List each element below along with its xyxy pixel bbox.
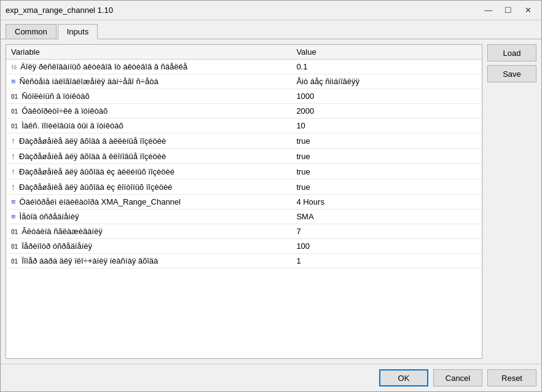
table-row[interactable]: 01Ïåðèìîòð óñðåäíåíèÿ100 <box>6 239 482 254</box>
table-row[interactable]: 01Ôàêòîðèòî÷êè â ïóíêòàõ2000 <box>6 104 482 119</box>
variable-cell: 01Ïîìåð áàðà äëÿ ïëî÷+àíèÿ íèàñíàÿ âõîäà <box>6 254 291 269</box>
table-row[interactable]: 01Ìàêñ. ïîíèéîâûíà ôûi â ïóíêòàõ10 <box>6 119 482 133</box>
footer: OK Cancel Reset <box>1 364 541 391</box>
title-bar-controls: — ☐ ✕ <box>480 4 536 17</box>
value-cell: 100 <box>291 239 482 254</box>
value-cell: 2000 <box>291 104 482 119</box>
close-button[interactable]: ✕ <box>519 4 536 17</box>
col-header-value: Value <box>291 45 482 60</box>
value-cell: true <box>291 149 482 164</box>
row-icon: ↑ <box>11 167 15 176</box>
variable-cell: ↑Ðàçðåøåíèå äëÿ âõîäà â êëîíîâûå ïîçèöèè <box>6 149 291 164</box>
main-window: exp_xma_range_channel 1.10 — ☐ ✕ Common … <box>0 0 542 392</box>
variable-label: Ìåòîä óñðåäíåíèÿ <box>20 212 79 221</box>
variable-cell: ½Äîëÿ ðèñêîâàííûõ àêòèâîâ îò àêòèâîâ â ñ… <box>6 60 291 74</box>
load-button[interactable]: Load <box>487 44 536 61</box>
table-row[interactable]: ½Äîëÿ ðèñêîâàííûõ àêòèâîâ îò àêòèâîâ â ñ… <box>6 60 482 74</box>
value-cell: true <box>291 179 482 195</box>
value-cell: 10 <box>291 119 482 133</box>
value-cell: 1000 <box>291 89 482 104</box>
row-icon: 01 <box>11 241 18 251</box>
variable-label: Ðàçðåøåíèå äëÿ âûõîäà èç êîíòîíûõ ïîçèöè… <box>19 182 172 192</box>
params-table-container: Variable Value ½Äîëÿ ðèñêîâàííûõ àêòèâîâ… <box>6 44 482 359</box>
window-title: exp_xma_range_channel 1.10 <box>6 6 113 15</box>
tabs-bar: Common Inputs <box>1 20 541 39</box>
variable-cell: 01Ñóïëèíüñ â ïóíêòàõ <box>6 89 291 104</box>
table-row[interactable]: ≡Ìåòîä óñðåäíåíèÿSMA <box>6 210 482 224</box>
tab-inputs[interactable]: Inputs <box>58 24 98 39</box>
table-row[interactable]: 01Ñóïëèíüñ â ïóíêòàõ1000 <box>6 89 482 104</box>
value-cell: 4 Hours <box>291 195 482 210</box>
row-icon: ≡ <box>11 77 16 86</box>
params-table: Variable Value ½Äîëÿ ðèñêîâàííûõ àêòèâîâ… <box>6 45 482 269</box>
reset-button[interactable]: Reset <box>487 369 536 386</box>
variable-label: Ïåðèìîòð óñðåäíåíèÿ <box>22 241 92 251</box>
table-row[interactable]: ↑Ðàçðåøåíèå äëÿ âõîäà â êëîíîâûå ïîçèöèè… <box>6 149 482 164</box>
row-icon: 01 <box>11 92 18 101</box>
variable-cell: ≡Ñèñòåìà íàëîãîáëîæåíèÿ äàí÷åãî ñ÷åòà <box>6 74 291 89</box>
variable-label: Ðàçðåøåíèå äëÿ âõîäà â àëëèíûå ïîçèöèè <box>19 136 166 146</box>
variable-label: Ãëóáèíà ñãëàæèâàíèÿ <box>22 227 103 236</box>
variable-cell: ≡Ìåòîä óñðåäíåíèÿ <box>6 210 291 224</box>
variable-label: Ñóïëèíüñ â ïóíêòàõ <box>22 92 90 101</box>
row-icon: ½ <box>11 62 17 71</box>
row-icon: ≡ <box>11 212 16 221</box>
variable-label: Ìàêñ. ïîíèéîâûíà ôûi â ïóíêòàõ <box>22 121 124 130</box>
row-icon: ≡ <box>11 197 16 206</box>
table-row[interactable]: ≡Òàéìôðåéì èíäèêàòîðà XMA_Range_Channel4… <box>6 195 482 210</box>
maximize-button[interactable]: ☐ <box>500 4 517 17</box>
table-row[interactable]: 01Ãëóáèíà ñãëàæèâàíèÿ7 <box>6 224 482 239</box>
variable-cell: 01Ìàêñ. ïîíèéîâûíà ôûi â ïóíêòàõ <box>6 119 291 133</box>
table-row[interactable]: ≡Ñèñòåìà íàëîãîáëîæåíèÿ äàí÷åãî ñ÷åòàÅiò… <box>6 74 482 89</box>
row-icon: 01 <box>11 121 18 130</box>
table-row[interactable]: ↑Ðàçðåøåíèå äëÿ âõîäà â àëëèíûå ïîçèöèèt… <box>6 133 482 149</box>
table-row[interactable]: ↑Ðàçðåøåíèå äëÿ âûõîäà èç àëëèíûõ ïîçèöè… <box>6 164 482 179</box>
row-icon: 01 <box>11 227 18 236</box>
variable-label: Ôàêòîðèòî÷êè â ïóíêòàõ <box>22 106 108 116</box>
variable-label: Òàéìôðåéì èíäèêàòîðà XMA_Range_Channel <box>20 197 181 206</box>
content-area: Variable Value ½Äîëÿ ðèñêîâàííûõ àêòèâîâ… <box>1 39 541 364</box>
row-icon: ↑ <box>11 136 15 146</box>
value-cell: SMA <box>291 210 482 224</box>
row-icon: 01 <box>11 106 18 116</box>
variable-cell: ↑Ðàçðåøåíèå äëÿ âûõîäà èç êîíòîíûõ ïîçèö… <box>6 179 291 195</box>
variable-label: Ðàçðåøåíèå äëÿ âûõîäà èç àëëèíûõ ïîçèöèé <box>19 167 175 176</box>
row-icon: ↑ <box>11 151 15 161</box>
variable-cell: ≡Òàéìôðåéì èíäèêàòîðà XMA_Range_Channel <box>6 195 291 210</box>
side-buttons: Load Save <box>487 44 536 359</box>
minimize-button[interactable]: — <box>480 4 497 17</box>
variable-label: Ðàçðåøåíèå äëÿ âõîäà â êëîíîâûå ïîçèöèè <box>19 152 166 161</box>
ok-button[interactable]: OK <box>379 369 428 386</box>
value-cell: true <box>291 133 482 149</box>
variable-label: Ïîìåð áàðà äëÿ ïëî÷+àíèÿ íèàñíàÿ âõîäà <box>22 256 158 265</box>
cancel-button[interactable]: Cancel <box>433 369 482 386</box>
variable-cell: ↑Ðàçðåøåíèå äëÿ âõîäà â àëëèíûå ïîçèöèè <box>6 133 291 149</box>
variable-cell: 01Ãëóáèíà ñãëàæèâàíèÿ <box>6 224 291 239</box>
table-row[interactable]: 01Ïîìåð áàðà äëÿ ïëî÷+àíèÿ íèàñíàÿ âõîäà… <box>6 254 482 269</box>
value-cell: Åiò áåç ñiìáíîâëÿÿ <box>291 74 482 89</box>
col-header-variable: Variable <box>6 45 291 60</box>
variable-label: Äîëÿ ðèñêîâàííûõ àêòèâîâ îò àêòèâîâ â ñä… <box>20 62 187 71</box>
title-bar: exp_xma_range_channel 1.10 — ☐ ✕ <box>1 1 541 20</box>
variable-cell: 01Ôàêòîðèòî÷êè â ïóíêòàõ <box>6 104 291 119</box>
variable-cell: ↑Ðàçðåøåíèå äëÿ âûõîäà èç àëëèíûõ ïîçèöè… <box>6 164 291 179</box>
tab-common[interactable]: Common <box>6 24 57 39</box>
variable-label: Ñèñòåìà íàëîãîáëîæåíèÿ äàí÷åãî ñ÷åòà <box>20 77 159 86</box>
row-icon: ↑ <box>11 182 15 192</box>
variable-cell: 01Ïåðèìîòð óñðåäíåíèÿ <box>6 239 291 254</box>
row-icon: 01 <box>11 256 18 265</box>
value-cell: 1 <box>291 254 482 269</box>
table-row[interactable]: ↑Ðàçðåøåíèå äëÿ âûõîäà èç êîíòîíûõ ïîçèö… <box>6 179 482 195</box>
value-cell: true <box>291 164 482 179</box>
value-cell: 7 <box>291 224 482 239</box>
value-cell: 0.1 <box>291 60 482 74</box>
save-button[interactable]: Save <box>487 65 536 82</box>
